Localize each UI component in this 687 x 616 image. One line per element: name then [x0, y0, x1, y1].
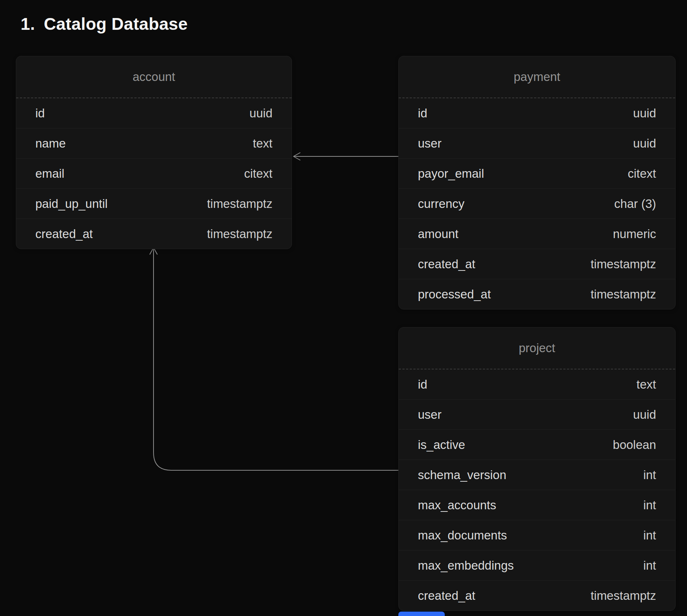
table-row: id uuid [399, 98, 675, 128]
field-type: timestamptz [591, 257, 656, 271]
field-type: text [253, 137, 272, 151]
table-row: currency char (3) [399, 188, 675, 219]
table-title-project: project [399, 328, 675, 369]
field-type: citext [628, 167, 656, 181]
table-row: created_at timestamptz [399, 580, 675, 610]
table-title-payment: payment [399, 56, 675, 98]
field-name: payor_email [418, 167, 484, 181]
field-name: created_at [418, 257, 475, 271]
table-row: max_accounts int [399, 490, 675, 520]
field-type: int [643, 468, 656, 482]
field-type: int [643, 559, 656, 573]
table-node-project[interactable]: project id text user uuid is_active bool… [398, 327, 676, 611]
table-row: is_active boolean [399, 429, 675, 460]
field-type: timestamptz [591, 589, 656, 603]
field-name: currency [418, 197, 465, 211]
table-row: user uuid [399, 399, 675, 429]
field-name: id [418, 106, 427, 120]
field-name: id [418, 378, 427, 392]
field-name: created_at [35, 227, 93, 241]
page-title-number: 1. [21, 14, 35, 34]
field-name: amount [418, 227, 458, 241]
table-row: amount numeric [399, 219, 675, 249]
field-name: schema_version [418, 468, 506, 482]
field-type: uuid [633, 408, 656, 422]
cropped-blue-element [398, 612, 445, 616]
field-type: timestamptz [207, 197, 272, 211]
field-name: max_accounts [418, 498, 496, 512]
field-name: max_documents [418, 528, 507, 542]
table-node-account[interactable]: account id uuid name text email citext p… [16, 56, 292, 249]
table-row: max_documents int [399, 520, 675, 550]
field-type: text [637, 378, 656, 392]
field-type: uuid [633, 106, 656, 120]
field-name: max_embeddings [418, 559, 514, 573]
table-row: name text [16, 128, 292, 158]
table-row: payor_email citext [399, 158, 675, 188]
field-type: uuid [250, 106, 272, 120]
field-type: citext [244, 167, 272, 181]
edge-project-to-account [154, 249, 398, 470]
field-name: user [418, 408, 441, 422]
field-name: is_active [418, 438, 465, 452]
table-title-account: account [16, 56, 292, 98]
table-node-payment[interactable]: payment id uuid user uuid payor_email ci… [398, 56, 676, 309]
table-row: id uuid [16, 98, 292, 128]
field-type: int [643, 498, 656, 512]
table-row: created_at timestamptz [16, 219, 292, 249]
field-name: user [418, 137, 441, 151]
table-row: email citext [16, 158, 292, 188]
field-type: char (3) [614, 197, 656, 211]
field-name: paid_up_until [35, 197, 108, 211]
field-name: created_at [418, 589, 475, 603]
table-row: schema_version int [399, 460, 675, 490]
field-type: numeric [613, 227, 656, 241]
table-row: paid_up_until timestamptz [16, 188, 292, 219]
field-name: processed_at [418, 287, 491, 301]
field-type: int [643, 528, 656, 542]
field-name: email [35, 167, 64, 181]
field-name: id [35, 106, 45, 120]
page-title-text: Catalog Database [44, 14, 188, 34]
table-row: processed_at timestamptz [399, 279, 675, 309]
table-row: user uuid [399, 128, 675, 158]
field-type: timestamptz [207, 227, 272, 241]
diagram-canvas: 1. Catalog Database account id uuid name… [0, 0, 687, 616]
table-row: id text [399, 369, 675, 399]
field-name: name [35, 137, 66, 151]
table-row: created_at timestamptz [399, 249, 675, 279]
field-type: timestamptz [591, 287, 656, 301]
page-title: 1. Catalog Database [21, 14, 188, 34]
field-type: boolean [613, 438, 656, 452]
field-type: uuid [633, 137, 656, 151]
table-row: max_embeddings int [399, 550, 675, 580]
